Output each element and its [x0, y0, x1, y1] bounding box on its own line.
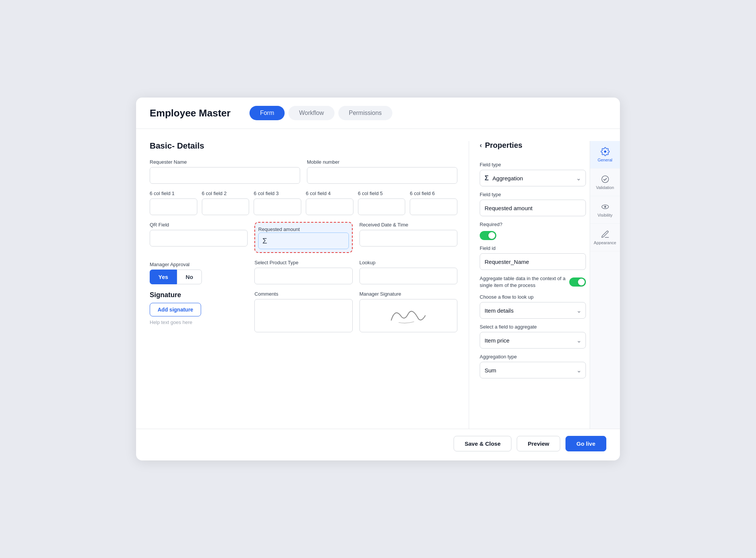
input-lookup[interactable]	[359, 268, 457, 284]
field-id-input[interactable]	[480, 253, 586, 270]
input-select-product-type[interactable]	[254, 268, 352, 284]
field-6col-1: 6 col field 1	[150, 191, 197, 215]
field-id-label: Field id	[480, 245, 586, 251]
label-6col-3: 6 col field 3	[254, 191, 301, 196]
field-requester-name: Requester Name	[150, 159, 300, 184]
label-comments: Comments	[254, 291, 352, 297]
label-6col-2: 6 col field 2	[202, 191, 249, 196]
input-6col-2[interactable]	[202, 198, 249, 215]
sidebar-icon-validation[interactable]: Validation	[590, 169, 620, 196]
sidebar-icon-validation-label: Validation	[596, 185, 614, 190]
form-area: Basic- Details Requester Name Mobile num…	[150, 141, 469, 429]
aggregation-icon: Σ	[485, 174, 489, 182]
required-toggle[interactable]	[480, 231, 496, 240]
add-signature-button[interactable]: Add signature	[150, 303, 201, 316]
svg-point-1	[602, 176, 609, 183]
input-qr[interactable]	[150, 230, 248, 246]
input-6col-6[interactable]	[410, 198, 457, 215]
appearance-icon	[601, 230, 610, 239]
label-mobile-number: Mobile number	[307, 159, 457, 165]
field-name-input[interactable]	[480, 200, 586, 216]
field-manager-approval: Manager Approval Yes No	[150, 262, 248, 284]
aggregation-type-select[interactable]: Sum	[480, 362, 586, 378]
approval-no-button[interactable]: No	[177, 270, 202, 284]
input-6col-5[interactable]	[358, 198, 406, 215]
field-type-select[interactable]: Σ Aggregation ⌄	[480, 170, 586, 186]
signature-title: Signature	[150, 291, 248, 299]
label-qr: QR Field	[150, 222, 248, 228]
input-6col-3[interactable]	[254, 198, 301, 215]
sidebar-icon-general[interactable]: General	[590, 141, 620, 169]
select-field-label: Select a field to aggregate	[480, 324, 586, 330]
footer-bar: Save & Close Preview Go live	[136, 429, 620, 460]
input-comments[interactable]	[254, 299, 352, 332]
field-lookup: Lookup	[359, 260, 457, 284]
manager-signature-image	[359, 299, 457, 332]
approval-buttons: Yes No	[150, 270, 248, 284]
field-requested-amount: Requested amount Σ	[254, 222, 352, 253]
field-select-product-type: Select Product Type	[254, 260, 352, 284]
choose-flow-select-wrapper: Item details ⌄	[480, 302, 586, 319]
input-received-datetime[interactable]	[359, 230, 457, 246]
sidebar-icon-appearance[interactable]: Appearance	[590, 224, 620, 251]
sigma-symbol: Σ	[262, 237, 267, 245]
save-close-button[interactable]: Save & Close	[454, 436, 511, 451]
tab-workflow[interactable]: Workflow	[288, 106, 335, 120]
six-col-row: 6 col field 1 6 col field 2 6 col field …	[150, 191, 457, 215]
field-6col-4: 6 col field 4	[306, 191, 353, 215]
preview-button[interactable]: Preview	[517, 436, 560, 451]
aggregation-type-label: Aggregation type	[480, 354, 586, 360]
field-comments: Comments	[254, 291, 352, 332]
select-field-select[interactable]: Item price	[480, 332, 586, 349]
sidebar-icon-appearance-label: Appearance	[594, 240, 616, 245]
choose-flow-select[interactable]: Item details	[480, 302, 586, 319]
header: Employee Master Form Workflow Permission…	[136, 98, 620, 129]
gear-icon	[601, 147, 610, 156]
aggregation-type-select-wrapper: Sum ⌄	[480, 362, 586, 378]
aggregate-toggle[interactable]	[569, 277, 586, 287]
properties-back-button[interactable]: ‹	[480, 141, 482, 149]
field-6col-6: 6 col field 6	[410, 191, 457, 215]
go-live-button[interactable]: Go live	[565, 436, 606, 451]
required-toggle-row	[480, 231, 586, 240]
field-qr: QR Field	[150, 222, 248, 246]
input-mobile-number[interactable]	[307, 167, 457, 184]
field-name-label: Field type	[480, 192, 586, 197]
app-title: Employee Master	[150, 107, 231, 119]
tab-form[interactable]: Form	[249, 106, 285, 120]
approval-yes-button[interactable]: Yes	[150, 270, 177, 284]
aggregate-toggle-row: Aggregate table data in the context of a…	[480, 275, 586, 289]
svg-point-0	[604, 150, 606, 153]
field-6col-3: 6 col field 3	[254, 191, 301, 215]
signature-svg	[387, 304, 429, 327]
field-received-datetime: Received Date & Time	[359, 222, 457, 246]
requested-amount-highlighted: Requested amount Σ	[254, 222, 352, 253]
sigma-input[interactable]: Σ	[258, 232, 349, 249]
field-type-label: Field type	[480, 162, 586, 167]
choose-flow-label: Choose a flow to look up	[480, 294, 586, 300]
approval-row: Manager Approval Yes No Select Product T…	[150, 260, 457, 284]
input-6col-4[interactable]	[306, 198, 353, 215]
section-title: Basic- Details	[150, 141, 457, 151]
field-manager-signature: Manager Signature	[359, 291, 457, 332]
required-label: Required?	[480, 222, 586, 227]
aggregate-label: Aggregate table data in the context of a…	[480, 275, 565, 289]
label-6col-6: 6 col field 6	[410, 191, 457, 196]
properties-title: Properties	[485, 141, 522, 150]
input-requester-name[interactable]	[150, 167, 300, 184]
aggregation-value: Aggregation	[493, 175, 572, 181]
label-received-datetime: Received Date & Time	[359, 222, 457, 228]
visibility-icon	[601, 202, 610, 211]
label-requested-amount: Requested amount	[258, 226, 300, 232]
tab-bar: Form Workflow Permissions	[249, 106, 392, 120]
label-6col-5: 6 col field 5	[358, 191, 406, 196]
sidebar-icon-visibility[interactable]: Visibility	[590, 196, 620, 224]
field-6col-5: 6 col field 5	[358, 191, 406, 215]
signature-help-text: Help text goes here	[150, 319, 248, 325]
input-6col-1[interactable]	[150, 198, 197, 215]
tab-permissions[interactable]: Permissions	[338, 106, 392, 120]
field-mobile-number: Mobile number	[307, 159, 457, 184]
sidebar-icon-general-label: General	[598, 158, 612, 162]
label-select-product-type: Select Product Type	[254, 260, 352, 265]
validation-icon	[601, 175, 610, 184]
